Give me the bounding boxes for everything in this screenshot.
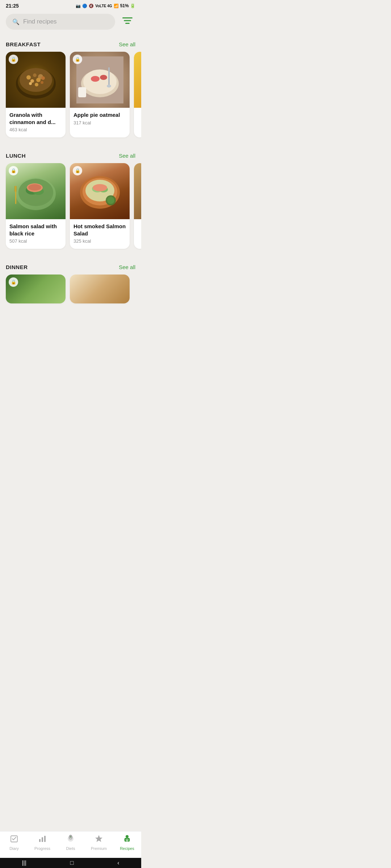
oatmeal-image: 🔒 [70,52,130,108]
hot-salmon-kcal: 325 kcal [73,238,126,244]
mute-icon: 🔇 [89,4,94,8]
dinner-card-1[interactable]: 🔒 [6,275,66,303]
granola-kcal: 463 kcal [9,127,62,132]
salmon-salad-name: Salmon salad with black rice [9,223,62,237]
svg-point-19 [100,75,107,80]
hot-salmon-image: 🔒 [70,163,130,219]
dinner-see-all[interactable]: See all [119,264,135,270]
svg-rect-2 [125,23,130,24]
svg-point-13 [35,83,38,86]
breakfast-third-card-peek[interactable] [134,52,141,137]
svg-rect-20 [108,67,110,87]
search-input-placeholder[interactable]: Find recipes [23,18,57,25]
oatmeal-card[interactable]: 🔒 Apple pie oatmeal 317 kcal [70,52,130,137]
svg-point-28 [28,184,41,191]
svg-point-10 [36,78,41,82]
granola-card[interactable]: 🔒 Granola with cinnamon and d... 463 kca… [6,52,66,137]
svg-point-6 [26,75,31,80]
hot-salmon-card[interactable]: 🔒 Hot smoked Salmon Salad 325 kcal [70,163,130,249]
lunch-third-card-peek[interactable] [134,163,141,249]
salmon-salad-card[interactable]: 🔒 Salmon salad with black rice 507 kcal [6,163,66,249]
breakfast-see-all[interactable]: See all [119,41,135,47]
hot-salmon-lock-icon: 🔒 [73,166,82,175]
dinner-section: DINNER See all 🔒 [0,258,141,309]
filter-icon [122,17,133,27]
svg-rect-22 [78,87,86,97]
svg-rect-1 [124,20,131,21]
breakfast-section: BREAKFAST See all [0,35,141,143]
oatmeal-kcal: 317 kcal [73,120,126,125]
media-icon: 📷 [76,4,81,8]
svg-rect-0 [122,17,133,18]
svg-point-14 [41,81,43,84]
oatmeal-info: Apple pie oatmeal 317 kcal [70,108,130,131]
svg-point-37 [93,184,107,191]
status-bar: 21:25 📷 🔵 🔇 VoLTE 4G 📶 51% 🔋 [0,0,141,10]
granola-info: Granola with cinnamon and d... 463 kcal [6,108,66,137]
filter-button[interactable] [119,14,135,30]
signal-text: VoLTE 4G [95,4,112,8]
svg-point-21 [107,85,111,88]
breakfast-cards-row: 🔒 Granola with cinnamon and d... 463 kca… [0,52,141,143]
breakfast-title: BREAKFAST [6,41,41,47]
hot-salmon-name: Hot smoked Salmon Salad [73,223,126,237]
salmon-salad-lock-icon: 🔒 [9,166,18,175]
lunch-section: LUNCH See all [0,146,141,255]
svg-point-11 [41,76,45,80]
dinner-cards-row: 🔒 [0,275,141,309]
search-container: 🔍 Find recipes [0,10,141,35]
lunch-see-all[interactable]: See all [119,153,135,159]
granola-name: Granola with cinnamon and d... [9,111,62,125]
content-area: BREAKFAST See all [0,35,141,356]
dinner-card-2-image [70,275,130,303]
bluetooth-icon: 🔵 [82,4,87,8]
salmon-salad-image: 🔒 [6,163,66,219]
svg-rect-31 [16,186,17,192]
svg-point-5 [20,68,52,92]
search-bar[interactable]: 🔍 Find recipes [6,14,115,30]
granola-lock-icon: 🔒 [9,55,18,64]
dinner-header: DINNER See all [0,258,141,275]
lunch-header: LUNCH See all [0,146,141,163]
svg-point-18 [91,76,100,82]
salmon-salad-info: Salmon salad with black rice 507 kcal [6,219,66,249]
battery-text: 51% 🔋 [120,3,135,8]
dinner-title: DINNER [6,264,28,270]
breakfast-header: BREAKFAST See all [0,35,141,52]
svg-point-7 [33,73,37,77]
svg-point-17 [83,69,117,94]
dinner-1-lock-icon: 🔒 [9,277,18,287]
svg-rect-30 [14,186,15,192]
dinner-card-2[interactable] [70,275,130,303]
svg-point-12 [29,82,32,85]
wifi-icon: 📶 [114,4,119,8]
oatmeal-name: Apple pie oatmeal [73,111,126,119]
granola-image: 🔒 [6,52,66,108]
status-icons: 📷 🔵 🔇 VoLTE 4G 📶 51% 🔋 [76,3,135,8]
salmon-salad-kcal: 507 kcal [9,238,62,244]
hot-salmon-info: Hot smoked Salmon Salad 325 kcal [70,219,130,249]
search-icon: 🔍 [12,18,20,25]
svg-point-39 [107,197,114,204]
status-time: 21:25 [6,3,19,9]
lunch-cards-row: 🔒 Salmon salad with black rice 507 kcal [0,163,141,255]
dinner-card-1-image: 🔒 [6,275,66,303]
lunch-title: LUNCH [6,153,26,159]
oatmeal-lock-icon: 🔒 [73,55,82,64]
